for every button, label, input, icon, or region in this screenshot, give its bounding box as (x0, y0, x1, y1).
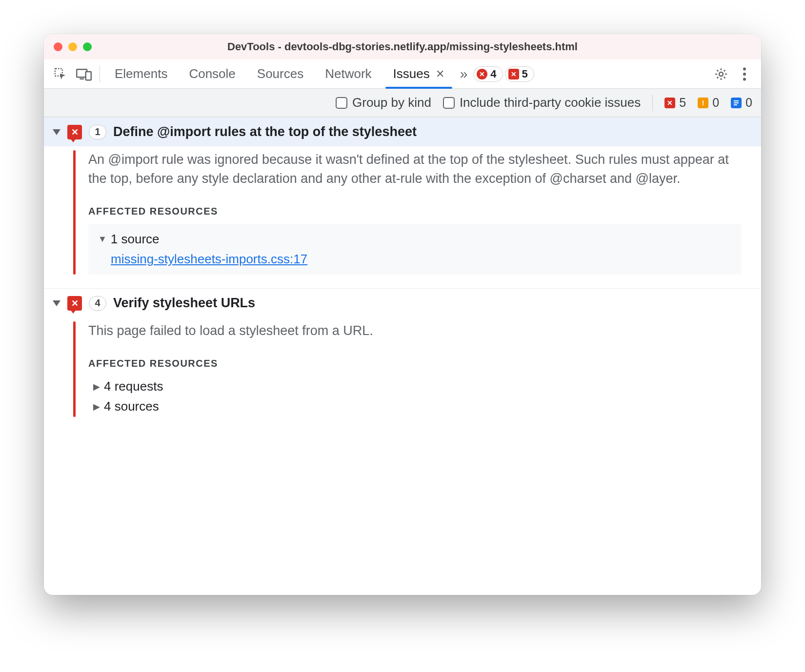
device-toolbar-icon[interactable] (73, 63, 95, 85)
page-error-icon: ✕ (67, 125, 82, 139)
error-count-pill[interactable]: ✕ 4 (473, 66, 503, 82)
close-window-button[interactable] (54, 42, 62, 51)
sources-summary-row[interactable]: ▼ 1 source (98, 232, 732, 247)
tab-network-label: Network (325, 66, 371, 81)
issues-list: ✕ 1 Define @import rules at the top of t… (44, 117, 761, 595)
affected-resources-box: ▼ 1 source missing-stylesheets-imports.c… (88, 224, 742, 275)
zoom-window-button[interactable] (83, 42, 92, 51)
affected-resources-list: ▶ 4 requests ▶ 4 sources (88, 376, 742, 417)
tab-sources[interactable]: Sources (247, 59, 313, 88)
tab-elements[interactable]: Elements (105, 59, 177, 88)
svg-point-7 (743, 78, 746, 80)
svg-point-6 (743, 72, 746, 75)
toolbar-separator (652, 95, 653, 111)
devtools-tabbar: Elements Console Sources Network Issues … (44, 59, 761, 89)
issue-description: This page failed to load a stylesheet fr… (88, 321, 742, 340)
page-error-icon: ✕ (67, 296, 82, 311)
sources-summary-row[interactable]: ▶ 4 sources (93, 399, 742, 414)
minimize-window-button[interactable] (68, 42, 77, 51)
issues-toolbar: Group by kind Include third-party cookie… (44, 89, 761, 117)
issue-count-value: 5 (522, 68, 528, 80)
info-count: 0 (745, 96, 752, 110)
issue-occurrence-count: 4 (89, 296, 106, 311)
chevron-right-icon: ▶ (93, 381, 100, 392)
info-icon (731, 98, 742, 108)
close-tab-icon[interactable]: ✕ (436, 68, 444, 80)
issue-square-icon: ✕ (508, 69, 519, 79)
checkbox-box (336, 97, 347, 109)
severity-bar (73, 150, 76, 275)
svg-rect-3 (86, 72, 91, 80)
more-options-icon[interactable] (734, 63, 755, 85)
settings-gear-icon[interactable] (710, 63, 732, 85)
issue-title: Verify stylesheet URLs (113, 296, 255, 311)
error-counter[interactable]: ✕ 5 (664, 96, 686, 110)
window-title: DevTools - devtools-dbg-stories.netlify.… (44, 40, 761, 53)
issue-occurrence-count: 1 (89, 125, 106, 139)
issue-body: An @import rule was ignored because it w… (44, 146, 761, 288)
tab-console-label: Console (189, 66, 235, 81)
tab-sources-label: Sources (257, 66, 303, 81)
tab-elements-label: Elements (115, 66, 167, 81)
window-titlebar: DevTools - devtools-dbg-stories.netlify.… (44, 34, 761, 59)
svg-rect-8 (734, 100, 739, 101)
svg-point-4 (719, 72, 723, 76)
severity-bar (73, 321, 76, 417)
issue-description: An @import rule was ignored because it w… (88, 150, 742, 188)
group-by-kind-checkbox[interactable]: Group by kind (336, 95, 431, 110)
requests-summary-row[interactable]: ▶ 4 requests (93, 379, 742, 394)
issue-title: Define @import rules at the top of the s… (113, 124, 417, 139)
devtools-window: DevTools - devtools-dbg-stories.netlify.… (44, 34, 761, 595)
inspect-element-icon[interactable] (50, 63, 71, 85)
svg-point-5 (743, 67, 746, 70)
tab-network[interactable]: Network (315, 59, 381, 88)
tab-issues-label: Issues (393, 66, 430, 81)
issue-count-pill[interactable]: ✕ 5 (505, 66, 534, 82)
warning-icon: ! (698, 98, 708, 108)
chevron-down-icon: ▼ (98, 234, 107, 244)
tab-console[interactable]: Console (179, 59, 245, 88)
requests-summary-text: 4 requests (104, 379, 163, 394)
error-circle-icon: ✕ (477, 69, 487, 79)
svg-rect-10 (734, 104, 737, 105)
issue-header[interactable]: ✕ 4 Verify stylesheet URLs (44, 289, 761, 317)
source-link[interactable]: missing-stylesheets-imports.css:17 (111, 252, 307, 266)
tabbar-separator (100, 65, 100, 83)
error-count: 5 (679, 96, 686, 110)
issue-header[interactable]: ✕ 1 Define @import rules at the top of t… (44, 118, 761, 146)
include-third-party-label: Include third-party cookie issues (460, 95, 641, 110)
checkbox-box (443, 97, 455, 109)
affected-resources-label: AFFECTED RESOURCES (88, 206, 742, 217)
more-tabs-icon[interactable]: » (456, 66, 472, 82)
affected-resources-label: AFFECTED RESOURCES (88, 358, 742, 369)
traffic-lights (54, 42, 92, 51)
error-icon: ✕ (664, 98, 675, 108)
chevron-down-icon (53, 129, 60, 135)
svg-rect-9 (734, 102, 739, 103)
chevron-down-icon (53, 300, 60, 306)
issue-item: ✕ 1 Define @import rules at the top of t… (44, 117, 761, 288)
sources-summary-text: 4 sources (104, 399, 159, 414)
group-by-kind-label: Group by kind (352, 95, 431, 110)
info-counter[interactable]: 0 (731, 96, 752, 110)
warning-counter[interactable]: ! 0 (698, 96, 719, 110)
sources-summary-text: 1 source (111, 232, 160, 247)
error-count-value: 4 (490, 68, 496, 80)
warning-count: 0 (712, 96, 719, 110)
chevron-right-icon: ▶ (93, 401, 100, 412)
issue-item: ✕ 4 Verify stylesheet URLs This page fai… (44, 288, 761, 431)
include-third-party-checkbox[interactable]: Include third-party cookie issues (443, 95, 641, 110)
tab-issues[interactable]: Issues ✕ (383, 59, 454, 88)
issue-body: This page failed to load a stylesheet fr… (44, 317, 761, 431)
